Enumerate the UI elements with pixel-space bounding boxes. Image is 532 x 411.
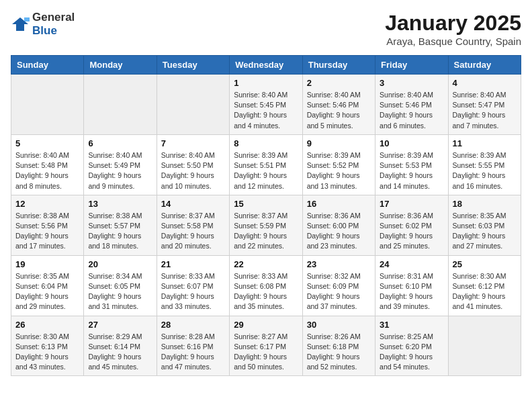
day-number: 13 — [88, 199, 152, 209]
day-info: Sunrise: 8:34 AM Sunset: 6:05 PM Dayligh… — [88, 271, 152, 312]
calendar-cell: 19Sunrise: 8:35 AM Sunset: 6:04 PM Dayli… — [11, 255, 84, 316]
day-info: Sunrise: 8:39 AM Sunset: 5:51 PM Dayligh… — [234, 150, 298, 191]
calendar-cell: 26Sunrise: 8:30 AM Sunset: 6:13 PM Dayli… — [11, 316, 84, 376]
day-number: 23 — [307, 259, 371, 269]
day-number: 29 — [234, 320, 298, 330]
calendar-cell: 30Sunrise: 8:26 AM Sunset: 6:18 PM Dayli… — [302, 316, 375, 376]
calendar-cell: 3Sunrise: 8:40 AM Sunset: 5:46 PM Daylig… — [375, 75, 448, 135]
day-number: 25 — [453, 259, 517, 269]
day-info: Sunrise: 8:28 AM Sunset: 6:16 PM Dayligh… — [161, 332, 225, 373]
day-info: Sunrise: 8:29 AM Sunset: 6:14 PM Dayligh… — [88, 332, 152, 373]
calendar-cell: 17Sunrise: 8:36 AM Sunset: 6:02 PM Dayli… — [375, 195, 448, 255]
day-number: 22 — [234, 259, 298, 269]
day-number: 3 — [380, 78, 443, 88]
calendar-header-row: SundayMondayTuesdayWednesdayThursdayFrid… — [11, 56, 521, 75]
calendar-cell: 13Sunrise: 8:38 AM Sunset: 5:57 PM Dayli… — [84, 195, 157, 255]
day-number: 8 — [234, 138, 298, 148]
day-info: Sunrise: 8:39 AM Sunset: 5:52 PM Dayligh… — [307, 150, 371, 191]
day-info: Sunrise: 8:40 AM Sunset: 5:49 PM Dayligh… — [88, 150, 152, 191]
day-number: 14 — [161, 199, 225, 209]
calendar-cell: 5Sunrise: 8:40 AM Sunset: 5:48 PM Daylig… — [11, 134, 84, 195]
day-number: 18 — [453, 199, 517, 209]
calendar-cell: 2Sunrise: 8:40 AM Sunset: 5:46 PM Daylig… — [302, 75, 375, 135]
calendar-cell: 29Sunrise: 8:27 AM Sunset: 6:17 PM Dayli… — [230, 316, 302, 376]
calendar-cell — [157, 75, 229, 135]
weekday-header: Tuesday — [157, 56, 229, 75]
calendar-cell: 24Sunrise: 8:31 AM Sunset: 6:10 PM Dayli… — [375, 255, 448, 316]
calendar-cell: 21Sunrise: 8:33 AM Sunset: 6:07 PM Dayli… — [157, 255, 229, 316]
day-info: Sunrise: 8:38 AM Sunset: 5:57 PM Dayligh… — [88, 211, 152, 252]
day-info: Sunrise: 8:40 AM Sunset: 5:46 PM Dayligh… — [307, 90, 371, 131]
day-number: 10 — [380, 138, 443, 148]
calendar-cell: 18Sunrise: 8:35 AM Sunset: 6:03 PM Dayli… — [448, 195, 521, 255]
day-info: Sunrise: 8:26 AM Sunset: 6:18 PM Dayligh… — [307, 332, 371, 373]
calendar-week-row: 19Sunrise: 8:35 AM Sunset: 6:04 PM Dayli… — [11, 255, 521, 316]
day-number: 19 — [15, 259, 79, 269]
day-number: 21 — [161, 259, 225, 269]
location-title: Araya, Basque Country, Spain — [385, 36, 521, 47]
page-header: General Blue January 2025 Araya, Basque … — [11, 11, 521, 47]
day-info: Sunrise: 8:32 AM Sunset: 6:09 PM Dayligh… — [307, 271, 371, 312]
weekday-header: Thursday — [302, 56, 375, 75]
day-info: Sunrise: 8:33 AM Sunset: 6:08 PM Dayligh… — [234, 271, 298, 312]
calendar-cell — [84, 75, 157, 135]
logo: General Blue — [11, 11, 75, 38]
calendar-cell: 16Sunrise: 8:36 AM Sunset: 6:00 PM Dayli… — [302, 195, 375, 255]
day-number: 26 — [15, 320, 79, 330]
day-number: 7 — [161, 138, 225, 148]
calendar-cell — [11, 75, 84, 135]
month-title: January 2025 — [385, 11, 521, 36]
calendar-week-row: 26Sunrise: 8:30 AM Sunset: 6:13 PM Dayli… — [11, 316, 521, 376]
day-info: Sunrise: 8:40 AM Sunset: 5:47 PM Dayligh… — [453, 90, 517, 131]
day-number: 12 — [15, 199, 79, 209]
day-info: Sunrise: 8:38 AM Sunset: 5:56 PM Dayligh… — [15, 211, 79, 252]
weekday-header: Saturday — [448, 56, 521, 75]
day-info: Sunrise: 8:31 AM Sunset: 6:10 PM Dayligh… — [380, 271, 443, 312]
day-info: Sunrise: 8:37 AM Sunset: 5:58 PM Dayligh… — [161, 211, 225, 252]
weekday-header: Monday — [84, 56, 157, 75]
day-info: Sunrise: 8:37 AM Sunset: 5:59 PM Dayligh… — [234, 211, 298, 252]
day-info: Sunrise: 8:39 AM Sunset: 5:55 PM Dayligh… — [453, 150, 517, 191]
day-number: 15 — [234, 199, 298, 209]
day-info: Sunrise: 8:30 AM Sunset: 6:12 PM Dayligh… — [453, 271, 517, 312]
day-info: Sunrise: 8:30 AM Sunset: 6:13 PM Dayligh… — [15, 332, 79, 373]
calendar-cell: 28Sunrise: 8:28 AM Sunset: 6:16 PM Dayli… — [157, 316, 229, 376]
day-info: Sunrise: 8:40 AM Sunset: 5:46 PM Dayligh… — [380, 90, 443, 131]
day-number: 4 — [453, 78, 517, 88]
day-number: 11 — [453, 138, 517, 148]
logo-blue: Blue — [32, 24, 57, 37]
day-number: 1 — [234, 78, 298, 88]
day-info: Sunrise: 8:39 AM Sunset: 5:53 PM Dayligh… — [380, 150, 443, 191]
title-area: January 2025 Araya, Basque Country, Spai… — [385, 11, 521, 47]
calendar-cell: 22Sunrise: 8:33 AM Sunset: 6:08 PM Dayli… — [230, 255, 302, 316]
calendar-cell: 7Sunrise: 8:40 AM Sunset: 5:50 PM Daylig… — [157, 134, 229, 195]
day-info: Sunrise: 8:35 AM Sunset: 6:04 PM Dayligh… — [15, 271, 79, 312]
weekday-header: Friday — [375, 56, 448, 75]
svg-marker-1 — [24, 17, 30, 21]
day-number: 20 — [88, 259, 152, 269]
day-number: 31 — [380, 320, 443, 330]
calendar-cell: 27Sunrise: 8:29 AM Sunset: 6:14 PM Dayli… — [84, 316, 157, 376]
calendar-cell: 4Sunrise: 8:40 AM Sunset: 5:47 PM Daylig… — [448, 75, 521, 135]
calendar-week-row: 1Sunrise: 8:40 AM Sunset: 5:45 PM Daylig… — [11, 75, 521, 135]
day-number: 28 — [161, 320, 225, 330]
calendar-cell: 23Sunrise: 8:32 AM Sunset: 6:09 PM Dayli… — [302, 255, 375, 316]
weekday-header: Wednesday — [230, 56, 302, 75]
calendar-cell: 9Sunrise: 8:39 AM Sunset: 5:52 PM Daylig… — [302, 134, 375, 195]
calendar-cell: 11Sunrise: 8:39 AM Sunset: 5:55 PM Dayli… — [448, 134, 521, 195]
day-info: Sunrise: 8:33 AM Sunset: 6:07 PM Dayligh… — [161, 271, 225, 312]
logo-general: General — [32, 11, 75, 24]
calendar-cell: 10Sunrise: 8:39 AM Sunset: 5:53 PM Dayli… — [375, 134, 448, 195]
calendar-cell: 31Sunrise: 8:25 AM Sunset: 6:20 PM Dayli… — [375, 316, 448, 376]
logo-icon — [11, 15, 30, 34]
calendar-cell: 8Sunrise: 8:39 AM Sunset: 5:51 PM Daylig… — [230, 134, 302, 195]
day-info: Sunrise: 8:35 AM Sunset: 6:03 PM Dayligh… — [453, 211, 517, 252]
weekday-header: Sunday — [11, 56, 84, 75]
day-info: Sunrise: 8:40 AM Sunset: 5:45 PM Dayligh… — [234, 90, 298, 131]
calendar-cell: 12Sunrise: 8:38 AM Sunset: 5:56 PM Dayli… — [11, 195, 84, 255]
calendar-cell: 25Sunrise: 8:30 AM Sunset: 6:12 PM Dayli… — [448, 255, 521, 316]
day-number: 16 — [307, 199, 371, 209]
calendar-cell: 6Sunrise: 8:40 AM Sunset: 5:49 PM Daylig… — [84, 134, 157, 195]
day-info: Sunrise: 8:36 AM Sunset: 6:02 PM Dayligh… — [380, 211, 443, 252]
calendar-table: SundayMondayTuesdayWednesdayThursdayFrid… — [11, 55, 521, 376]
